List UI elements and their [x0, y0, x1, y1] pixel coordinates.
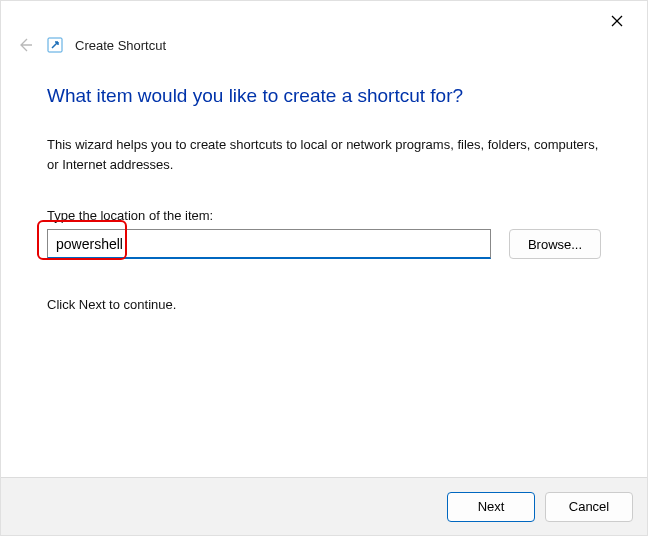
continue-text: Click Next to continue. — [47, 297, 601, 312]
close-button[interactable] — [599, 9, 635, 33]
browse-button[interactable]: Browse... — [509, 229, 601, 259]
location-input-row: Browse... — [47, 229, 601, 259]
back-arrow-icon — [17, 37, 33, 53]
footer: Next Cancel — [1, 477, 647, 535]
wizard-description: This wizard helps you to create shortcut… — [47, 135, 601, 174]
wizard-content: What item would you like to create a sho… — [1, 63, 647, 477]
header-row: Create Shortcut — [1, 31, 647, 63]
close-icon — [611, 15, 623, 27]
header-title: Create Shortcut — [75, 38, 166, 53]
cancel-button[interactable]: Cancel — [545, 492, 633, 522]
next-button[interactable]: Next — [447, 492, 535, 522]
create-shortcut-window: Create Shortcut What item would you like… — [0, 0, 648, 536]
back-button[interactable] — [15, 35, 35, 55]
location-label: Type the location of the item: — [47, 208, 601, 223]
wizard-heading: What item would you like to create a sho… — [47, 85, 601, 107]
titlebar — [1, 1, 647, 31]
shortcut-icon — [47, 37, 63, 53]
location-input[interactable] — [47, 229, 491, 259]
